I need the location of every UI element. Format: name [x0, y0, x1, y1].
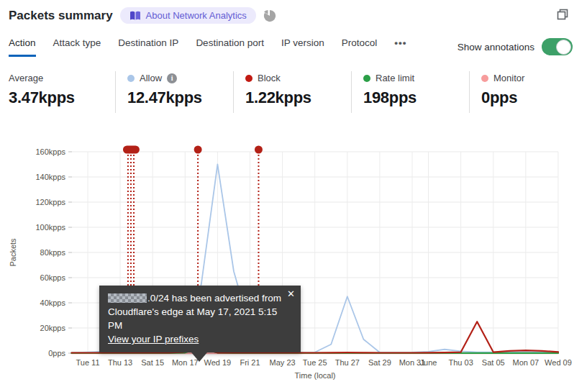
show-annotations-toggle[interactable]	[542, 38, 573, 55]
annotation-tooltip: ✕ .0/24 has been advertised from Cloudfl…	[99, 286, 301, 352]
about-network-analytics-badge[interactable]: About Network Analytics	[120, 7, 256, 24]
tab-action[interactable]: Action	[9, 37, 36, 57]
svg-text:Tue 11: Tue 11	[76, 358, 99, 367]
svg-text:20kpps: 20kpps	[40, 324, 66, 332]
stat-value: 198pps	[363, 88, 462, 107]
stat-label: Allow	[140, 73, 162, 83]
stat-value: 3.47kpps	[9, 88, 108, 107]
svg-text:0pps: 0pps	[48, 349, 65, 357]
svg-text:40kpps: 40kpps	[40, 298, 66, 307]
badge-label: About Network Analytics	[146, 10, 247, 21]
svg-text:140kpps: 140kpps	[35, 173, 65, 181]
overlapping-windows-icon[interactable]	[557, 9, 568, 23]
tooltip-caret	[191, 352, 207, 362]
annotation-marker-dot[interactable]	[194, 146, 202, 154]
svg-text:80kpps: 80kpps	[40, 248, 66, 257]
tab-destination-port[interactable]: Destination port	[196, 37, 264, 57]
toggle-knob	[556, 40, 571, 55]
tab-protocol[interactable]: Protocol	[342, 37, 378, 57]
stat-label: Block	[258, 73, 281, 83]
tooltip-text: .0/24 has been advertised from Cloudflar…	[108, 291, 282, 332]
svg-text:Sat 05: Sat 05	[482, 358, 505, 367]
pie-chart-icon[interactable]	[263, 9, 276, 22]
tab-ip-version[interactable]: IP version	[281, 37, 324, 57]
show-annotations-label: Show annotations	[458, 42, 534, 53]
svg-text:Wed 19: Wed 19	[204, 358, 232, 367]
svg-text:May 23: May 23	[270, 358, 296, 367]
stat-rate-limit: Rate limit 198pps	[351, 71, 469, 113]
view-ip-prefixes-link[interactable]: View your IP prefixes	[108, 334, 199, 345]
svg-text:Thu 13: Thu 13	[108, 358, 132, 367]
stat-monitor: Monitor 0pps	[469, 71, 587, 113]
tab-attack-type[interactable]: Attack type	[53, 37, 101, 57]
more-tabs-icon[interactable]: •••	[394, 37, 406, 57]
svg-text:Packets: Packets	[9, 238, 17, 267]
rate-limit-legend-dot	[363, 75, 370, 82]
book-icon	[129, 11, 141, 21]
block-legend-dot	[245, 75, 252, 82]
tab-destination-ip[interactable]: Destination IP	[118, 37, 178, 57]
svg-text:60kpps: 60kpps	[40, 273, 66, 282]
svg-text:Sat 29: Sat 29	[368, 358, 391, 367]
svg-text:Sat 15: Sat 15	[141, 358, 164, 367]
stat-value: 0pps	[481, 88, 580, 107]
monitor-legend-dot	[481, 75, 488, 82]
svg-text:Time (local): Time (local)	[294, 371, 335, 380]
svg-text:160kpps: 160kpps	[35, 147, 65, 156]
stat-value: 12.47kpps	[127, 88, 226, 107]
stat-block: Block 1.22kpps	[233, 71, 351, 113]
stat-average: Average 3.47kpps	[9, 71, 115, 113]
page-title: Packets summary	[9, 9, 113, 23]
allow-legend-dot	[127, 75, 135, 82]
close-icon[interactable]: ✕	[287, 289, 295, 298]
svg-text:Fri 21: Fri 21	[240, 358, 260, 367]
redacted-ip-prefix	[108, 293, 147, 303]
svg-text:Thu 03: Thu 03	[449, 358, 473, 367]
show-annotations-control: Show annotations	[458, 38, 573, 55]
annotation-marker-dot[interactable]	[255, 146, 263, 154]
stat-value: 1.22kpps	[245, 88, 344, 107]
stat-label: Monitor	[493, 73, 524, 83]
stat-allow: Allow i 12.47kpps	[115, 71, 233, 113]
svg-text:Mon 07: Mon 07	[512, 358, 539, 367]
svg-text:120kpps: 120kpps	[35, 198, 65, 206]
info-icon[interactable]: i	[167, 73, 177, 83]
svg-text:Thu 27: Thu 27	[335, 358, 360, 367]
stat-label: Average	[9, 73, 43, 83]
svg-text:June: June	[420, 358, 437, 367]
stat-label: Rate limit	[376, 73, 414, 83]
stats-row: Average 3.47kpps Allow i 12.47kpps Block…	[9, 71, 587, 113]
annotation-marker-pill[interactable]	[123, 146, 140, 154]
svg-text:100kpps: 100kpps	[35, 223, 65, 232]
svg-text:Tue 25: Tue 25	[303, 358, 327, 367]
tab-bar: Action Attack type Destination IP Destin…	[9, 37, 406, 57]
page-header: Packets summary About Network Analytics	[9, 7, 276, 24]
svg-text:Wed 09: Wed 09	[545, 358, 572, 367]
